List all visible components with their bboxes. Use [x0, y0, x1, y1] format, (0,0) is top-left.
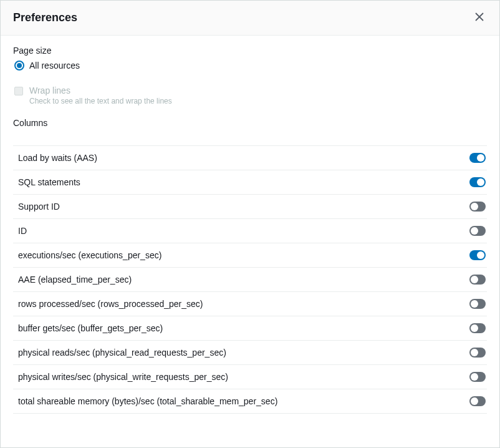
column-toggle[interactable] — [469, 348, 486, 358]
wrap-lines-label: Wrap lines — [29, 85, 172, 95]
checkbox-icon — [14, 87, 23, 95]
column-toggle[interactable] — [469, 226, 486, 236]
toggle-knob-icon — [477, 178, 484, 186]
columns-list: Load by waits (AAS)SQL statementsSupport… — [13, 145, 487, 414]
column-row: AAE (elapsed_time_per_sec) — [13, 268, 487, 292]
radio-icon — [14, 61, 24, 71]
wrap-lines-description: Check to see all the text and wrap the l… — [29, 97, 172, 105]
column-toggle[interactable] — [469, 299, 486, 309]
column-label: buffer gets/sec (buffer_gets_per_sec) — [18, 323, 163, 333]
column-label: ID — [18, 226, 27, 236]
column-toggle[interactable] — [469, 153, 486, 163]
column-toggle[interactable] — [469, 202, 486, 212]
toggle-knob-icon — [471, 203, 478, 210]
modal-title: Preferences — [13, 11, 77, 24]
column-toggle[interactable] — [469, 275, 486, 285]
column-label: SQL statements — [18, 177, 80, 187]
column-row: SQL statements — [13, 170, 487, 195]
column-row: ID — [13, 219, 487, 243]
column-row: buffer gets/sec (buffer_gets_per_sec) — [13, 316, 487, 341]
page-size-label: Page size — [13, 46, 487, 56]
column-row: Load by waits (AAS) — [13, 146, 487, 170]
column-toggle[interactable] — [469, 250, 486, 260]
toggle-knob-icon — [471, 276, 478, 283]
toggle-knob-icon — [471, 397, 478, 405]
column-toggle[interactable] — [469, 396, 486, 406]
toggle-knob-icon — [471, 227, 478, 235]
toggle-knob-icon — [477, 154, 484, 162]
modal-header: Preferences — [1, 1, 499, 36]
column-label: AAE (elapsed_time_per_sec) — [18, 275, 132, 285]
column-label: rows processed/sec (rows_processed_per_s… — [18, 299, 203, 309]
column-label: physical writes/sec (physical_write_requ… — [18, 372, 228, 382]
column-label: Support ID — [18, 202, 60, 212]
wrap-lines-checkbox[interactable]: Wrap lines Check to see all the text and… — [14, 85, 487, 105]
column-label: executions/sec (executions_per_sec) — [18, 250, 161, 260]
close-icon — [474, 12, 484, 24]
column-row: Support ID — [13, 195, 487, 219]
modal-body: Page size All resources Wrap lines Check… — [1, 36, 499, 447]
toggle-knob-icon — [471, 324, 478, 332]
column-row: rows processed/sec (rows_processed_per_s… — [13, 292, 487, 316]
column-toggle[interactable] — [469, 372, 486, 382]
page-size-radio-all[interactable]: All resources — [14, 61, 487, 71]
radio-label: All resources — [29, 61, 80, 71]
column-label: total shareable memory (bytes)/sec (tota… — [18, 396, 277, 406]
toggle-knob-icon — [471, 373, 478, 381]
toggle-knob-icon — [471, 300, 478, 308]
preferences-modal: Preferences Page size All resources Wrap… — [0, 0, 500, 448]
column-row: total shareable memory (bytes)/sec (tota… — [13, 389, 487, 414]
column-toggle[interactable] — [469, 177, 486, 187]
column-label: physical reads/sec (physical_read_reques… — [18, 348, 226, 358]
wrap-lines-texts: Wrap lines Check to see all the text and… — [29, 85, 172, 105]
column-row: physical reads/sec (physical_read_reques… — [13, 341, 487, 365]
close-button[interactable] — [472, 9, 487, 26]
toggle-knob-icon — [471, 349, 478, 356]
column-row: physical writes/sec (physical_write_requ… — [13, 365, 487, 389]
toggle-knob-icon — [477, 251, 484, 259]
columns-label: Columns — [13, 118, 487, 128]
column-row: executions/sec (executions_per_sec) — [13, 243, 487, 268]
column-label: Load by waits (AAS) — [18, 153, 97, 163]
column-toggle[interactable] — [469, 323, 486, 333]
